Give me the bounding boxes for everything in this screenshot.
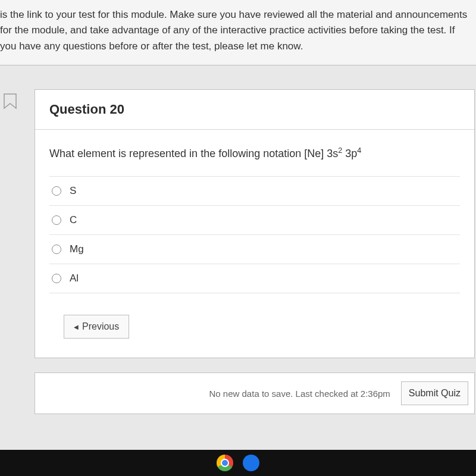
footer-bar: No new data to save. Last checked at 2:3…: [35, 372, 475, 414]
test-instructions: is the link to your test for this module…: [0, 0, 476, 65]
previous-label: Previous: [82, 321, 119, 332]
question-body: What element is represented in the follo…: [35, 130, 474, 358]
previous-button[interactable]: ◀ Previous: [64, 315, 129, 339]
question-prompt: What element is represented in the follo…: [49, 145, 460, 162]
question-header: Question 20: [35, 90, 474, 130]
prompt-text-prefix: What element is represented in the follo…: [49, 148, 338, 159]
autosave-status: No new data to save. Last checked at 2:3…: [209, 389, 390, 399]
submit-quiz-button[interactable]: Submit Quiz: [401, 381, 468, 405]
prompt-sup-2: 4: [357, 146, 361, 155]
bookmark-icon[interactable]: [2, 93, 18, 111]
radio-icon: [52, 186, 61, 196]
option-label: S: [70, 185, 76, 197]
chrome-icon[interactable]: [217, 455, 233, 471]
option-c[interactable]: C: [49, 206, 460, 235]
question-number: Question 20: [49, 102, 460, 117]
radio-icon: [52, 245, 61, 254]
caret-left-icon: ◀: [74, 324, 79, 330]
prompt-text-mid: 3p: [342, 148, 357, 159]
main-content: Question 20 What element is represented …: [0, 65, 476, 414]
option-label: C: [70, 214, 77, 226]
option-label: Al: [70, 273, 79, 284]
nav-row: ◀ Previous: [49, 293, 460, 354]
option-s[interactable]: S: [49, 177, 460, 206]
question-card: Question 20 What element is represented …: [35, 89, 475, 358]
option-mg[interactable]: Mg: [49, 235, 460, 264]
option-al[interactable]: Al: [49, 264, 460, 293]
taskbar: [0, 450, 476, 476]
option-label: Mg: [70, 243, 84, 255]
radio-icon: [52, 274, 61, 283]
files-icon[interactable]: [243, 455, 259, 471]
answer-options: S C Mg Al: [49, 176, 460, 293]
radio-icon: [52, 215, 61, 225]
